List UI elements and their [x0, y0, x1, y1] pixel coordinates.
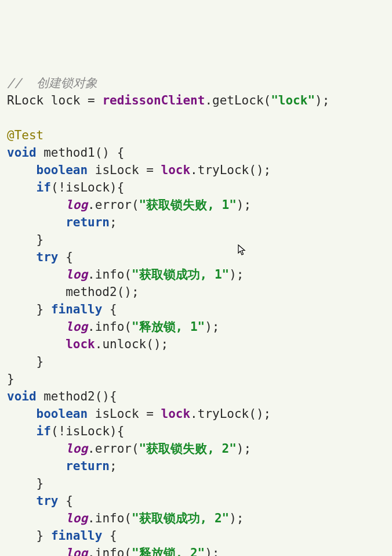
keyword: void [7, 389, 37, 403]
indent [7, 337, 66, 351]
indent [7, 459, 66, 473]
indent [7, 546, 66, 556]
brace: } [37, 302, 51, 316]
indent [7, 442, 66, 456]
string-literal: "释放锁, 1" [132, 320, 205, 334]
keyword: try [37, 494, 59, 508]
indent [7, 215, 66, 229]
indent [7, 180, 37, 194]
indent [7, 233, 37, 247]
code-text: .tryLock(); [190, 163, 271, 177]
comment-line: // 创建锁对象 [7, 76, 97, 90]
field: log [66, 268, 88, 281]
code-text: method2(); [66, 285, 139, 299]
keyword: return [66, 215, 110, 229]
code-text: ; [110, 459, 117, 473]
code-text: .unlock(); [95, 337, 168, 351]
indent [7, 320, 66, 334]
indent [7, 250, 37, 264]
keyword: finally [51, 302, 103, 316]
string-literal: "获取锁失败, 1" [139, 198, 237, 212]
brace: } [7, 372, 14, 386]
keyword: if [37, 424, 51, 438]
code-text: isLock = [88, 407, 161, 421]
field: log [66, 511, 88, 525]
code-text: ); [315, 93, 329, 107]
code-text: .error( [88, 198, 139, 212]
indent [7, 407, 37, 421]
brace: { [59, 250, 73, 264]
code-text: RLock lock = [7, 93, 102, 107]
code-text: ; [110, 215, 117, 229]
keyword: if [37, 180, 51, 194]
field: log [66, 198, 88, 212]
brace: } [37, 476, 44, 490]
keyword: try [37, 250, 59, 264]
keyword: void [7, 146, 37, 160]
code-text: ); [237, 198, 251, 212]
identifier: lock [161, 407, 191, 421]
string-literal: "释放锁, 2" [132, 546, 205, 556]
indent [7, 355, 37, 369]
indent [7, 198, 66, 212]
brace: { [102, 302, 117, 316]
string-literal: "lock" [271, 93, 315, 107]
field: log [66, 442, 88, 456]
code-text: ); [229, 511, 244, 525]
indent [7, 163, 37, 177]
code-text: ); [205, 546, 219, 556]
indent [7, 529, 37, 543]
indent [7, 302, 37, 316]
indent [7, 268, 66, 281]
code-text: (!isLock){ [51, 180, 124, 194]
code-text: .info( [88, 268, 132, 281]
identifier: lock [161, 163, 191, 177]
indent [7, 424, 37, 438]
code-text: .error( [88, 442, 139, 456]
keyword: return [66, 459, 110, 473]
code-text: ); [205, 320, 219, 334]
brace: { [102, 529, 117, 543]
code-text: .tryLock(); [190, 407, 271, 421]
indent [7, 494, 37, 508]
field: log [66, 546, 88, 556]
code-block: // 创建锁对象 RLock lock = redissonClient.get… [7, 74, 385, 556]
brace: } [37, 355, 44, 369]
keyword: boolean [37, 407, 88, 421]
brace: } [37, 233, 44, 247]
code-text: ); [237, 442, 251, 456]
code-text: isLock = [88, 163, 161, 177]
method-sig: method2(){ [37, 389, 117, 403]
identifier: redissonClient [102, 93, 205, 107]
annotation: @Test [7, 128, 43, 142]
string-literal: "获取锁成功, 1" [132, 268, 229, 281]
brace: } [37, 529, 51, 543]
identifier: lock [66, 337, 95, 351]
code-text: .info( [88, 320, 132, 334]
code-text: .info( [88, 546, 132, 556]
indent [7, 511, 66, 525]
keyword: boolean [37, 163, 88, 177]
brace: { [59, 494, 73, 508]
code-text: (!isLock){ [51, 424, 124, 438]
code-text: .info( [88, 511, 132, 525]
method-sig: method1() { [37, 146, 125, 160]
field: log [66, 320, 88, 334]
indent [7, 285, 66, 299]
string-literal: "获取锁成功, 2" [132, 511, 229, 525]
code-text: .getLock( [205, 93, 271, 107]
code-text: ); [229, 268, 244, 281]
indent [7, 476, 37, 490]
keyword: finally [51, 529, 103, 543]
string-literal: "获取锁失败, 2" [139, 442, 237, 456]
